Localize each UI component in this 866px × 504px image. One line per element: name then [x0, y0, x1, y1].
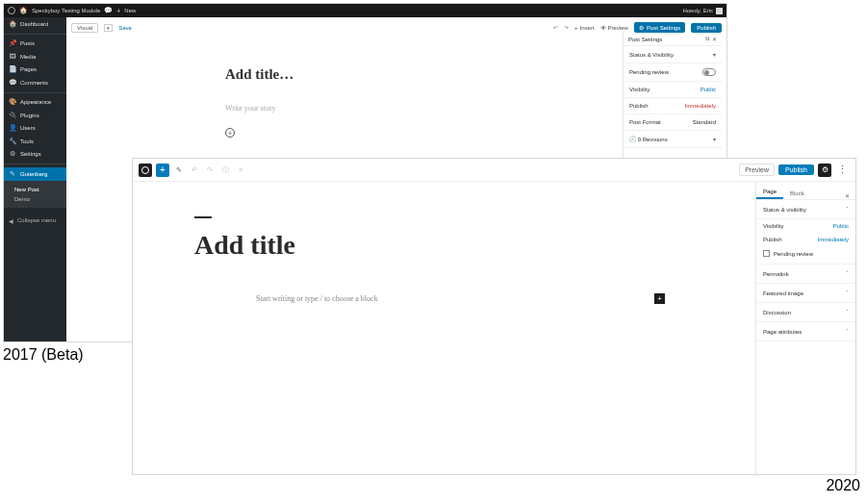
- sidebar-separator: [4, 92, 66, 93]
- publish-button[interactable]: Publish: [778, 164, 814, 175]
- sidebar-subitem-demo[interactable]: Demo: [14, 194, 66, 204]
- sidebar-item-plugins[interactable]: 🔌Plugins: [4, 109, 66, 122]
- chevron-down-icon: ˅: [846, 290, 849, 296]
- tab-block[interactable]: Block: [783, 187, 811, 199]
- close-icon[interactable]: ✕: [712, 36, 717, 42]
- add-new-link[interactable]: New: [124, 8, 136, 13]
- site-title[interactable]: Speckyboy Testing Module: [32, 8, 100, 13]
- redo-icon[interactable]: ↷: [204, 166, 216, 174]
- publish-button[interactable]: Publish: [691, 23, 722, 33]
- post-format-label: Post Format: [629, 119, 661, 125]
- save-button[interactable]: Save: [118, 25, 132, 31]
- discussion-section[interactable]: Discussion˅: [756, 303, 855, 322]
- visibility-value[interactable]: Public: [833, 223, 849, 229]
- publish-value[interactable]: Immediately: [818, 237, 849, 242]
- sidebar-item-label: Plugins: [20, 113, 39, 118]
- media-icon: 🖼: [9, 53, 16, 60]
- page-attributes-section[interactable]: Page attributes˅: [756, 322, 855, 341]
- pending-review-toggle[interactable]: [702, 68, 716, 76]
- sidebar-item-posts[interactable]: 📌Posts: [4, 38, 66, 51]
- appearance-icon: 🎨: [9, 98, 16, 106]
- undo-icon[interactable]: ↶: [553, 24, 558, 31]
- wordpress-logo-button[interactable]: [139, 164, 152, 177]
- sidebar-item-pages[interactable]: 📄Pages: [4, 63, 66, 77]
- publish-label: Publish: [629, 103, 649, 109]
- visibility-value[interactable]: Public: [700, 87, 716, 92]
- sidebar-item-tools[interactable]: 🔧Tools: [4, 135, 66, 148]
- settings-panel-2020: Page Block ✕ Status & visibility˄ Visibi…: [755, 182, 855, 474]
- permalink-section[interactable]: Permalink˅: [756, 265, 855, 284]
- pending-review-checkbox[interactable]: [763, 250, 770, 257]
- revisions-icon: 🕘: [629, 137, 636, 142]
- sidebar-subitem-new-post[interactable]: New Post: [14, 185, 66, 194]
- add-block-button[interactable]: +: [156, 164, 169, 177]
- popout-icon[interactable]: ⧉: [705, 36, 709, 42]
- chevron-down-icon: ▾: [713, 136, 716, 142]
- redo-icon[interactable]: ↷: [564, 24, 569, 31]
- more-options-button[interactable]: ⋮: [835, 164, 850, 176]
- edit-mode-icon[interactable]: ✎: [173, 166, 185, 174]
- comments-menu-icon: 💬: [9, 79, 16, 87]
- post-title-input[interactable]: Add title: [194, 230, 694, 261]
- post-title-input[interactable]: Add title…: [225, 66, 469, 83]
- sidebar-item-appearance[interactable]: 🎨Appearance: [4, 96, 66, 110]
- collapse-label: Collapse menu: [17, 217, 56, 223]
- comments-icon[interactable]: 💬: [104, 7, 113, 14]
- window-2020: + ✎ ↶ ↷ ⓘ ≡ Preview Publish ⚙ ⋮ Add titl…: [132, 158, 856, 475]
- settings-button[interactable]: ⚙: [818, 164, 831, 177]
- gear-icon: ⚙: [639, 24, 644, 31]
- caption-2017: 2017 (Beta): [3, 346, 84, 364]
- sidebar-item-comments[interactable]: 💬Comments: [4, 76, 66, 89]
- wordpress-logo-icon: [141, 166, 149, 174]
- undo-icon[interactable]: ↶: [189, 166, 200, 174]
- editor-mode-visual[interactable]: Visual: [71, 23, 98, 33]
- post-content-input[interactable]: Write your story: [225, 104, 469, 113]
- chevron-up-icon: ˄: [846, 206, 849, 213]
- sidebar-separator: [4, 34, 66, 35]
- sidebar-item-users[interactable]: 👤Users: [4, 122, 66, 136]
- visibility-label: Visibility: [629, 87, 650, 92]
- sidebar-item-dashboard[interactable]: 🏠Dashboard: [4, 17, 66, 31]
- revisions-section[interactable]: 🕘 0 Revisions ▾: [624, 131, 722, 148]
- close-panel-icon[interactable]: ✕: [839, 192, 855, 199]
- pending-review-row: Pending review: [624, 63, 722, 82]
- status-visibility-section[interactable]: Status & visibility˄: [756, 200, 855, 219]
- sidebar-item-settings[interactable]: ⚙Settings: [4, 148, 66, 162]
- visibility-row: Visibility Public: [624, 82, 722, 98]
- inline-add-block-button[interactable]: +: [654, 293, 665, 304]
- preview-button[interactable]: 👁Preview: [600, 25, 628, 31]
- preview-button[interactable]: Preview: [739, 164, 775, 176]
- post-settings-button[interactable]: ⚙Post Settings: [634, 22, 685, 33]
- block-prompt-input[interactable]: Start writing or type / to choose a bloc…: [256, 294, 378, 303]
- chevron-down-icon: ˅: [846, 270, 849, 277]
- info-icon[interactable]: ⓘ: [219, 165, 231, 175]
- post-format-row: Post Format Standard: [624, 114, 722, 131]
- add-new-plus-icon[interactable]: +: [116, 8, 120, 14]
- collapse-menu-button[interactable]: ◀Collapse menu: [4, 214, 66, 228]
- sidebar-item-media[interactable]: 🖼Media: [4, 50, 66, 63]
- avatar[interactable]: [716, 8, 723, 14]
- sidebar-item-gutenberg[interactable]: ✎Gutenberg: [4, 167, 66, 181]
- outline-icon[interactable]: ≡: [235, 166, 246, 173]
- publish-value[interactable]: Immediately: [685, 103, 716, 109]
- publish-row: PublishImmediately: [756, 233, 855, 246]
- sidebar-item-label: Users: [20, 125, 36, 131]
- dashboard-icon: 🏠: [9, 20, 16, 28]
- sidebar-item-label: Pages: [20, 66, 37, 72]
- insert-button[interactable]: +Insert: [574, 25, 595, 31]
- pending-review-row: Pending review: [756, 246, 855, 265]
- add-block-button[interactable]: +: [225, 128, 235, 138]
- pages-icon: 📄: [9, 65, 16, 73]
- wordpress-logo-icon[interactable]: [8, 7, 15, 14]
- home-icon[interactable]: 🏠: [19, 7, 28, 14]
- editor-mode-caret-icon[interactable]: ▾: [104, 24, 113, 32]
- visibility-label: Visibility: [763, 223, 784, 229]
- status-visibility-section[interactable]: Status & Visibility▾: [624, 46, 722, 63]
- howdy-user[interactable]: Howdy, Eric: [682, 8, 713, 13]
- sidebar-item-label: Tools: [20, 139, 34, 144]
- tab-page[interactable]: Page: [756, 185, 783, 199]
- featured-image-section[interactable]: Featured image˅: [756, 284, 855, 303]
- chevron-down-icon: ˅: [846, 328, 849, 335]
- settings-icon: ⚙: [9, 150, 16, 158]
- sidebar-item-label: Appearance: [20, 99, 51, 105]
